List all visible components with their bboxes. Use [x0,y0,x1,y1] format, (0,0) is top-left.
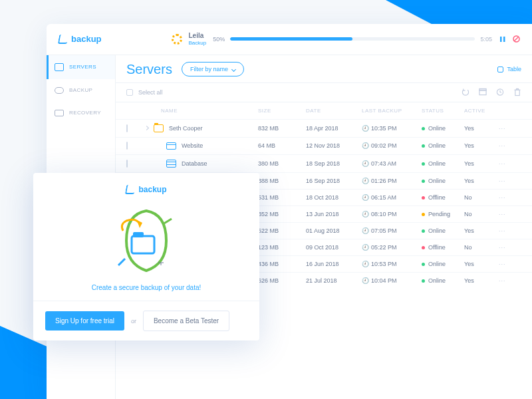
row-checkbox[interactable] [126,124,128,132]
row-more-icon[interactable]: ··· [499,125,512,132]
row-more-icon[interactable]: ··· [499,211,512,217]
cell-active: No [464,211,499,217]
page-title: Servers [126,62,172,77]
brand-icon [125,185,136,194]
svg-rect-9 [517,89,519,90]
row-more-icon[interactable]: ··· [499,178,512,184]
modal-brand-text: backup [138,185,166,194]
cell-status: Online [422,125,464,132]
clock-icon: 🕘 [362,211,369,217]
cell-active: Yes [464,142,499,149]
clock-icon: 🕘 [362,261,369,267]
clock-icon: 🕘 [362,125,369,132]
sidebar-item-backup[interactable]: BACKUP [47,79,115,102]
or-text: or [131,318,136,325]
row-more-icon[interactable]: ··· [499,277,512,284]
cell-size: 123 MB [258,244,306,251]
topbar: backup Leila Backup 50% 5:05 [47,24,532,55]
table-header: NAME SIZE DATE LAST BACKUP STATUS ACTIVE [116,102,532,119]
row-checkbox[interactable] [126,160,128,168]
row-name: Database [182,160,207,167]
cell-active: Yes [464,178,499,184]
modal-illustration [45,202,247,279]
sidebar-item-recovery[interactable]: RECOVERY [47,102,115,124]
cell-name: Website [157,142,258,150]
cell-status: Offline [422,194,464,201]
cell-last-backup: 🕘07:43 AM [362,160,422,167]
cell-date: 09 Oct 2018 [306,244,362,251]
cloud-icon [55,87,64,94]
sidebar-item-label: RECOVERY [69,110,101,116]
folder-icon [154,124,164,132]
cell-last-backup: 🕘08:10 PM [362,211,422,217]
row-more-icon[interactable]: ··· [499,142,512,149]
cell-date: 13 Jun 2018 [306,211,362,217]
col-last-backup: LAST BACKUP [362,108,422,114]
view-toggle[interactable]: Table [497,66,521,72]
progress-fill [230,37,352,41]
trash-icon[interactable] [513,88,521,96]
undo-icon[interactable] [462,88,469,96]
cell-active: Yes [464,160,499,167]
table-row[interactable]: Website64 MB12 Nov 2018🕘09:02 PMOnlineYe… [116,137,532,154]
cell-size: 388 MB [258,178,306,184]
status-dot [422,127,425,130]
svg-line-12 [163,219,172,224]
cell-size: 352 MB [258,211,306,217]
cell-date: 21 Jul 2018 [306,277,362,284]
row-more-icon[interactable]: ··· [499,227,512,234]
cell-last-backup: 🕘05:22 PM [362,244,422,251]
modal-tagline: Create a secure backup of your data! [45,284,247,291]
row-more-icon[interactable]: ··· [499,261,512,267]
cell-status: Pending [422,211,464,217]
cell-size: 531 MB [258,194,306,201]
progress-bar[interactable] [230,37,475,41]
progress-pct: 50% [213,36,225,43]
filter-label: Filter by name [190,66,228,72]
status-dot [422,229,425,233]
status-dot [422,196,425,200]
cell-last-backup: 🕘06:15 AM [362,194,422,201]
history-icon[interactable] [496,88,504,96]
cell-size: 380 MB [258,160,306,167]
cell-last-backup: 🕘09:02 PM [362,142,422,149]
modal-brand: backup [126,185,166,194]
cell-date: 12 Nov 2018 [306,142,362,149]
archive-icon[interactable] [479,88,487,96]
cell-size: 832 MB [258,125,306,132]
recovery-icon [55,110,64,116]
status-dot [422,162,425,166]
cell-active: No [464,244,499,251]
cell-date: 16 Jun 2018 [306,261,362,267]
clock-icon: 🕘 [362,142,369,149]
row-more-icon[interactable]: ··· [499,160,512,167]
signup-button[interactable]: Sign Up for free trial [45,311,124,331]
select-all-checkbox[interactable] [126,89,133,96]
sidebar-item-servers[interactable]: SERVERS [47,55,115,79]
website-icon [166,142,176,150]
signup-modal: backup Create a secure backup of your da… [33,173,259,340]
filter-dropdown[interactable]: Filter by name [182,62,244,76]
cancel-icon[interactable] [512,35,520,43]
table-row[interactable]: Database380 MB18 Sep 2018🕘07:43 AMOnline… [116,154,532,172]
col-name: NAME [145,108,258,114]
beta-tester-button[interactable]: Become a Beta Tester [143,311,229,331]
col-size: SIZE [258,108,306,114]
pause-icon[interactable] [499,35,507,43]
cell-last-backup: 🕘07:05 PM [362,227,422,234]
clock-icon: 🕘 [362,160,369,167]
view-label: Table [507,66,521,72]
brand-text: backup [71,34,102,44]
cell-size: 626 MB [258,277,306,284]
row-more-icon[interactable]: ··· [499,194,512,201]
cell-active: No [464,194,499,201]
status-dot [422,144,425,148]
row-more-icon[interactable]: ··· [499,244,512,251]
table-row[interactable]: Seth Cooper832 MB18 Apr 2018🕘10:35 PMOnl… [116,119,532,137]
current-task: Leila Backup [189,32,207,47]
brand-logo[interactable]: backup [59,34,102,44]
col-date: DATE [306,108,362,114]
task-user: Leila [189,32,207,40]
cell-active: Yes [464,125,499,132]
row-checkbox[interactable] [126,142,128,150]
